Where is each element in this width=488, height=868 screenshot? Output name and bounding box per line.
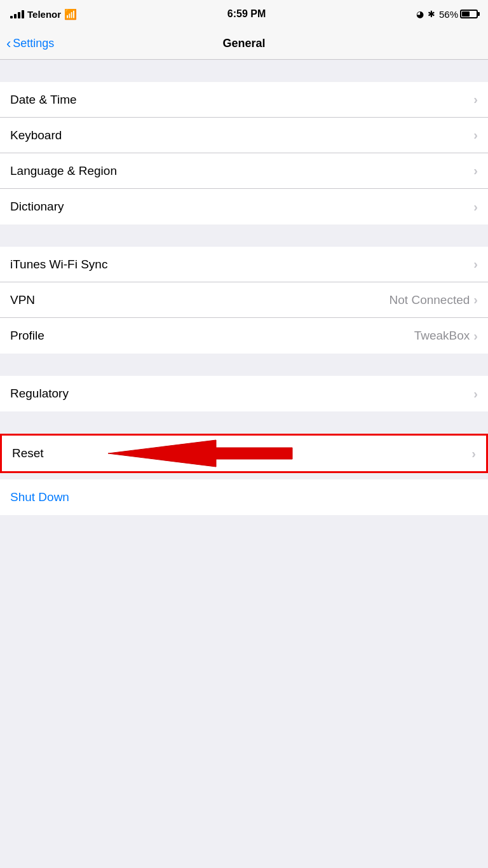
vpn-chevron-icon: › bbox=[473, 293, 478, 307]
date-time-right: › bbox=[473, 92, 478, 107]
regulatory-right: › bbox=[473, 387, 478, 401]
section-separator-5 bbox=[0, 473, 488, 479]
keyboard-chevron-icon: › bbox=[473, 128, 478, 142]
regulatory-chevron-icon: › bbox=[473, 387, 478, 401]
list-item-itunes-wifi-sync[interactable]: iTunes Wi-Fi Sync › bbox=[0, 247, 488, 282]
list-item-reset[interactable]: Reset › bbox=[2, 436, 486, 471]
section-5: Shut Down bbox=[0, 479, 488, 515]
status-left: Telenor 📶 bbox=[10, 8, 77, 20]
section-separator-top bbox=[0, 60, 488, 82]
list-item-regulatory[interactable]: Regulatory › bbox=[0, 376, 488, 411]
lock-icon: ◕ bbox=[416, 9, 424, 19]
section-1: Date & Time › Keyboard › Language & Regi… bbox=[0, 82, 488, 224]
back-chevron-icon: ‹ bbox=[6, 37, 11, 51]
dictionary-right: › bbox=[473, 200, 478, 214]
dictionary-chevron-icon: › bbox=[473, 200, 478, 214]
reset-label: Reset bbox=[12, 446, 44, 460]
carrier-label: Telenor bbox=[27, 9, 61, 20]
section-4: Reset › bbox=[0, 434, 488, 473]
profile-label: Profile bbox=[10, 329, 44, 343]
dictionary-label: Dictionary bbox=[10, 200, 64, 214]
nav-bar: ‹ Settings General bbox=[0, 28, 488, 60]
battery-container: 56% bbox=[439, 9, 478, 20]
bluetooth-icon: ✱ bbox=[428, 9, 435, 19]
list-item-language-region[interactable]: Language & Region › bbox=[0, 153, 488, 189]
date-time-label: Date & Time bbox=[10, 93, 77, 107]
reset-chevron-icon: › bbox=[471, 446, 476, 461]
section-2: iTunes Wi-Fi Sync › VPN Not Connected › … bbox=[0, 247, 488, 354]
itunes-wifi-sync-chevron-icon: › bbox=[473, 257, 478, 272]
profile-right: TweakBox › bbox=[414, 329, 478, 343]
regulatory-label: Regulatory bbox=[10, 387, 69, 401]
itunes-wifi-sync-label: iTunes Wi-Fi Sync bbox=[10, 258, 107, 272]
wifi-icon: 📶 bbox=[64, 8, 77, 20]
language-region-right: › bbox=[473, 163, 478, 178]
status-bar: Telenor 📶 6:59 PM ◕ ✱ 56% bbox=[0, 0, 488, 28]
reset-section-wrapper: Reset › bbox=[0, 434, 488, 473]
list-item-shut-down[interactable]: Shut Down bbox=[0, 479, 488, 515]
list-item-dictionary[interactable]: Dictionary › bbox=[0, 189, 488, 224]
back-label: Settings bbox=[13, 37, 54, 50]
vpn-right: Not Connected › bbox=[390, 293, 478, 307]
shut-down-label: Shut Down bbox=[10, 490, 69, 504]
signal-bars-icon bbox=[10, 10, 24, 18]
section-3: Regulatory › bbox=[0, 376, 488, 411]
list-item-profile[interactable]: Profile TweakBox › bbox=[0, 318, 488, 354]
vpn-value: Not Connected bbox=[390, 293, 470, 307]
status-right: ◕ ✱ 56% bbox=[416, 9, 478, 20]
itunes-wifi-sync-right: › bbox=[473, 257, 478, 272]
section-separator-2 bbox=[0, 224, 488, 247]
reset-right: › bbox=[471, 446, 476, 461]
profile-value: TweakBox bbox=[414, 329, 470, 343]
profile-chevron-icon: › bbox=[473, 329, 478, 343]
keyboard-label: Keyboard bbox=[10, 128, 62, 142]
status-time: 6:59 PM bbox=[227, 8, 266, 20]
section-separator-4 bbox=[0, 411, 488, 434]
language-region-chevron-icon: › bbox=[473, 163, 478, 178]
keyboard-right: › bbox=[473, 128, 478, 142]
language-region-label: Language & Region bbox=[10, 164, 117, 178]
back-button[interactable]: ‹ Settings bbox=[6, 37, 54, 51]
section-separator-3 bbox=[0, 354, 488, 376]
vpn-label: VPN bbox=[10, 293, 35, 307]
page-title: General bbox=[222, 37, 265, 50]
battery-percent-label: 56% bbox=[439, 9, 458, 20]
date-time-chevron-icon: › bbox=[473, 92, 478, 107]
list-item-keyboard[interactable]: Keyboard › bbox=[0, 118, 488, 153]
battery-icon bbox=[460, 10, 478, 18]
list-item-vpn[interactable]: VPN Not Connected › bbox=[0, 282, 488, 318]
bottom-spacer bbox=[0, 515, 488, 566]
list-item-date-time[interactable]: Date & Time › bbox=[0, 82, 488, 118]
battery-fill bbox=[462, 11, 470, 17]
